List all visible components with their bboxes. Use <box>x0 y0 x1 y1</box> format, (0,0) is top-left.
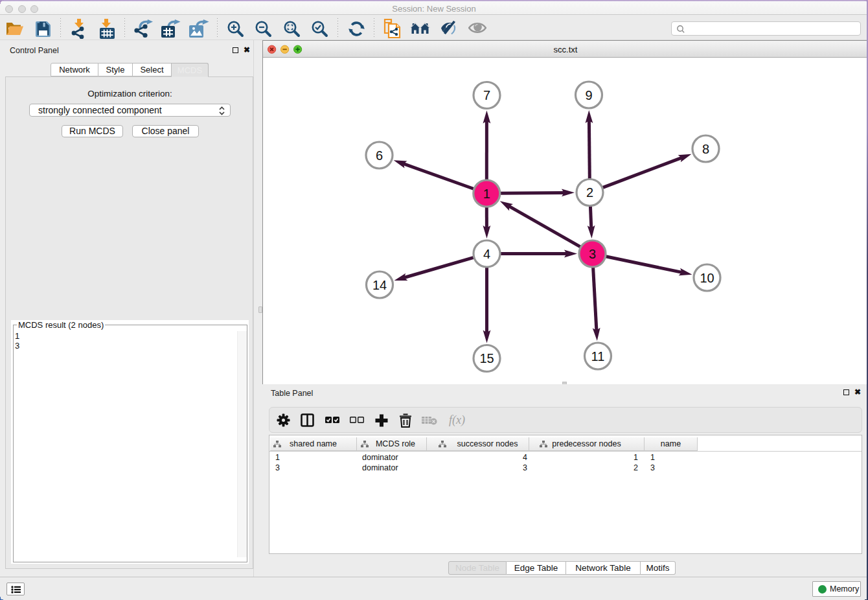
svg-text:10: 10 <box>700 271 714 285</box>
svg-text:6: 6 <box>376 148 383 163</box>
svg-text:2: 2 <box>586 185 593 200</box>
svg-text:3: 3 <box>589 247 596 261</box>
svg-text:14: 14 <box>372 278 387 292</box>
svg-text:9: 9 <box>585 88 592 102</box>
svg-text:15: 15 <box>479 351 494 365</box>
svg-text:1: 1 <box>483 187 490 201</box>
svg-text:8: 8 <box>702 142 709 156</box>
svg-text:7: 7 <box>483 88 490 102</box>
svg-text:4: 4 <box>483 247 490 261</box>
svg-text:11: 11 <box>591 349 605 363</box>
